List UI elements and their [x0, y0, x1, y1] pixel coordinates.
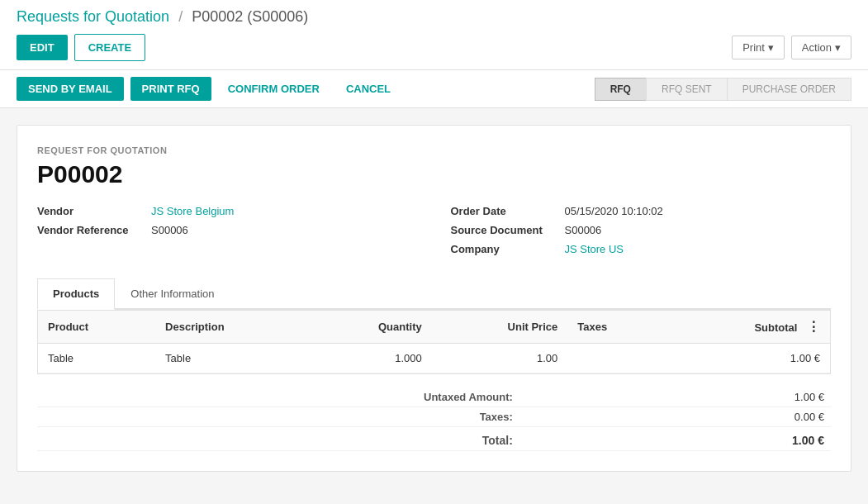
total-value: 1.00 € [519, 427, 831, 451]
status-bar: RFQ RFQ SENT PURCHASE ORDER [595, 78, 851, 101]
source-doc-row: Source Document S00006 [451, 224, 832, 236]
products-table-wrapper: Product Description Quantity Unit Price … [37, 310, 831, 374]
untaxed-label: Untaxed Amount: [37, 388, 519, 407]
order-date-value: 05/15/2020 10:10:02 [565, 205, 663, 217]
edit-button[interactable]: EDIT [17, 35, 68, 60]
confirm-order-button[interactable]: CONFIRM ORDER [218, 77, 330, 101]
order-number: P00002 [37, 160, 831, 188]
cell-product: Table [38, 344, 155, 373]
vendor-row: Vendor JS Store Belgium [37, 205, 418, 217]
tab-products[interactable]: Products [37, 278, 115, 310]
vendor-value[interactable]: JS Store Belgium [151, 205, 234, 217]
print-rfq-button[interactable]: PRINT RFQ [130, 77, 211, 101]
vendor-ref-label: Vendor Reference [37, 224, 145, 236]
cell-unit-price: 1.00 [432, 344, 568, 373]
products-table: Product Description Quantity Unit Price … [38, 311, 830, 373]
untaxed-amount-row: Untaxed Amount: 1.00 € [37, 388, 831, 407]
column-settings-icon[interactable]: ⋮ [807, 320, 820, 334]
cell-subtotal: 1.00 € [664, 344, 830, 373]
col-description: Description [155, 311, 309, 344]
company-value[interactable]: JS Store US [565, 243, 624, 255]
form-section-label: Request for Quotation [37, 145, 831, 155]
cancel-button[interactable]: CANCEL [336, 77, 401, 101]
cell-taxes [567, 344, 663, 373]
order-date-label: Order Date [451, 205, 558, 217]
main-content: Request for Quotation P00002 Vendor JS S… [0, 108, 868, 488]
form-card: Request for Quotation P00002 Vendor JS S… [17, 125, 851, 472]
vendor-label: Vendor [37, 205, 145, 217]
taxes-value: 0.00 € [519, 407, 831, 427]
col-subtotal: Subtotal ⋮ [664, 311, 830, 344]
breadcrumb-parent[interactable]: Requests for Quotation [17, 8, 169, 25]
status-rfq-sent: RFQ SENT [646, 78, 728, 101]
col-unit-price: Unit Price [432, 311, 568, 344]
status-rfq: RFQ [595, 78, 647, 101]
print-label: Print [742, 41, 765, 54]
cell-description: Table [155, 344, 309, 373]
order-date-row: Order Date 05/15/2020 10:10:02 [451, 205, 832, 217]
action-label: Action [802, 41, 832, 54]
action-chevron-icon: ▾ [835, 41, 841, 54]
totals-section: Untaxed Amount: 1.00 € Taxes: 0.00 € Tot… [37, 388, 831, 451]
create-button[interactable]: CREATE [74, 34, 145, 61]
status-purchase-order: PURCHASE ORDER [727, 78, 851, 101]
table-row: Table Table 1.000 1.00 1.00 € [38, 344, 830, 373]
print-chevron-icon: ▾ [768, 41, 774, 54]
tabs: Products Other Information [37, 278, 831, 310]
taxes-label: Taxes: [37, 407, 519, 427]
vendor-ref-row: Vendor Reference S00006 [37, 224, 418, 236]
cell-quantity: 1.000 [309, 344, 432, 373]
source-doc-value: S00006 [565, 224, 602, 236]
total-label: Total: [37, 427, 519, 451]
totals-table: Untaxed Amount: 1.00 € Taxes: 0.00 € Tot… [37, 388, 831, 451]
taxes-row: Taxes: 0.00 € [37, 407, 831, 427]
source-doc-label: Source Document [451, 224, 558, 236]
action-bar: SEND BY EMAIL PRINT RFQ CONFIRM ORDER CA… [0, 70, 868, 108]
action-dropdown[interactable]: Action ▾ [791, 36, 851, 59]
vendor-ref-value: S00006 [151, 224, 188, 236]
total-row: Total: 1.00 € [37, 427, 831, 451]
untaxed-value: 1.00 € [519, 388, 831, 407]
col-taxes: Taxes [567, 311, 663, 344]
breadcrumb: Requests for Quotation / P00002 (S00006) [17, 8, 851, 26]
breadcrumb-current: P00002 (S00006) [192, 8, 308, 25]
form-fields: Vendor JS Store Belgium Vendor Reference… [37, 205, 831, 262]
print-dropdown[interactable]: Print ▾ [732, 36, 785, 59]
company-row: Company JS Store US [451, 243, 832, 255]
send-email-button[interactable]: SEND BY EMAIL [17, 77, 124, 101]
tab-other-information[interactable]: Other Information [115, 278, 230, 308]
col-quantity: Quantity [309, 311, 432, 344]
col-product: Product [38, 311, 155, 344]
breadcrumb-separator: / [178, 8, 183, 25]
company-label: Company [451, 243, 558, 255]
